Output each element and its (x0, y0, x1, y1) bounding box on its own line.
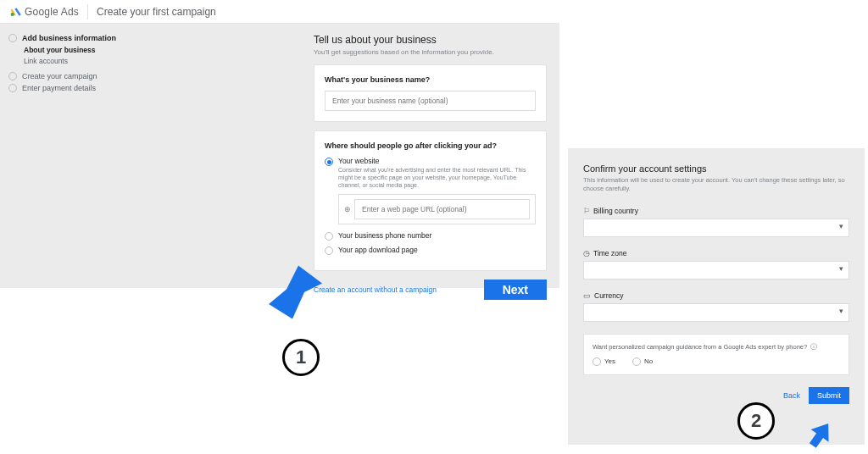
step-label: Create your campaign (22, 72, 97, 80)
website-url-input-wrap[interactable]: ⊕ (338, 194, 536, 224)
annotation-step-1-badge: 1 (282, 339, 320, 376)
link-icon: ⊕ (344, 205, 351, 213)
business-form: Tell us about your business You'll get s… (314, 34, 547, 300)
annotation-arrow-1 (263, 263, 322, 322)
survey-option-no[interactable]: No (632, 357, 653, 366)
divider (87, 4, 88, 19)
radio-desc: Consider what you're advertising and ent… (338, 166, 536, 189)
confirm-heading: Confirm your account settings (583, 163, 849, 174)
topbar: Google Ads Create your first campaign (0, 0, 559, 24)
submit-button[interactable]: Submit (809, 387, 849, 404)
step-create-campaign[interactable]: Create your campaign (8, 72, 127, 80)
survey-question: Want personalized campaign guidance from… (593, 343, 840, 352)
radio-title: Your website (338, 157, 536, 165)
back-link[interactable]: Back (783, 391, 800, 400)
radio-title: Your business phone number (338, 231, 431, 240)
business-name-input[interactable] (325, 91, 536, 111)
help-icon[interactable]: ⓘ (810, 343, 817, 352)
card-business-name: What's your business name? (314, 64, 547, 122)
google-ads-icon (10, 6, 22, 18)
field-label: Time zone (593, 249, 626, 257)
time-zone-select[interactable] (583, 261, 849, 280)
form-lead: You'll get suggestions based on the info… (314, 48, 547, 56)
field-label: Currency (594, 291, 623, 300)
radio-icon (632, 357, 641, 366)
step-label: Add business information (22, 34, 116, 42)
step-payment-details[interactable]: Enter payment details (8, 84, 127, 92)
radio-icon (593, 357, 601, 366)
step-label: Enter payment details (22, 84, 96, 92)
survey-option-yes[interactable]: Yes (593, 357, 615, 366)
radio-phone-number[interactable]: Your business phone number (325, 231, 536, 241)
substep-about-business[interactable]: About your business (24, 46, 127, 54)
setup-steps-sidebar: Add business information About your busi… (8, 34, 127, 96)
next-button[interactable]: Next (484, 280, 547, 300)
annotation-step-2-badge: 2 (737, 402, 775, 440)
radio-icon (325, 232, 333, 241)
create-account-without-campaign-link[interactable]: Create an account without a campaign (314, 285, 437, 294)
page-title: Create your first campaign (97, 6, 216, 18)
svg-point-0 (11, 12, 14, 15)
billing-country-select[interactable] (583, 219, 849, 237)
screenshot-2: Confirm your account settings This infor… (568, 148, 865, 445)
form-footer: Create an account without a campaign Nex… (314, 280, 547, 300)
currency-select[interactable] (583, 303, 849, 322)
product-name: Google Ads (25, 6, 79, 18)
step-circle-icon (8, 72, 17, 80)
option-label: Yes (604, 357, 615, 365)
flag-icon: ⚐ (583, 207, 590, 215)
screenshot-1: Google Ads Create your first campaign Ad… (0, 0, 559, 288)
radio-icon (325, 158, 333, 166)
google-ads-logo: Google Ads (10, 6, 79, 18)
question-destination: Where should people go after clicking yo… (325, 141, 536, 150)
card-destination: Where should people go after clicking yo… (314, 130, 547, 271)
annotation-arrow-2 (807, 421, 834, 448)
step-add-business-info[interactable]: Add business information (8, 34, 127, 42)
field-currency: ▭Currency (583, 291, 849, 322)
field-billing-country: ⚐Billing country (583, 207, 849, 237)
radio-icon (325, 246, 333, 255)
radio-app-download[interactable]: Your app download page (325, 246, 536, 255)
form-heading: Tell us about your business (314, 34, 547, 46)
confirm-footer: Back Submit (583, 387, 849, 404)
currency-icon: ▭ (583, 291, 591, 300)
substep-link-accounts[interactable]: Link accounts (24, 57, 127, 65)
option-label: No (644, 357, 653, 365)
confirm-lead: This information will be used to create … (583, 176, 849, 193)
svg-marker-2 (807, 421, 834, 448)
step-circle-icon (8, 34, 17, 42)
svg-marker-1 (269, 266, 322, 319)
survey-card: Want personalized campaign guidance from… (583, 334, 849, 375)
field-time-zone: ◷Time zone (583, 249, 849, 280)
substeps: About your business Link accounts (24, 46, 127, 65)
step-circle-icon (8, 84, 17, 92)
clock-icon: ◷ (583, 249, 590, 257)
website-url-input[interactable] (354, 199, 530, 219)
field-label: Billing country (593, 207, 638, 215)
radio-your-website[interactable]: Your website Consider what you're advert… (325, 157, 536, 189)
question-business-name: What's your business name? (325, 75, 536, 84)
radio-title: Your app download page (338, 246, 418, 254)
